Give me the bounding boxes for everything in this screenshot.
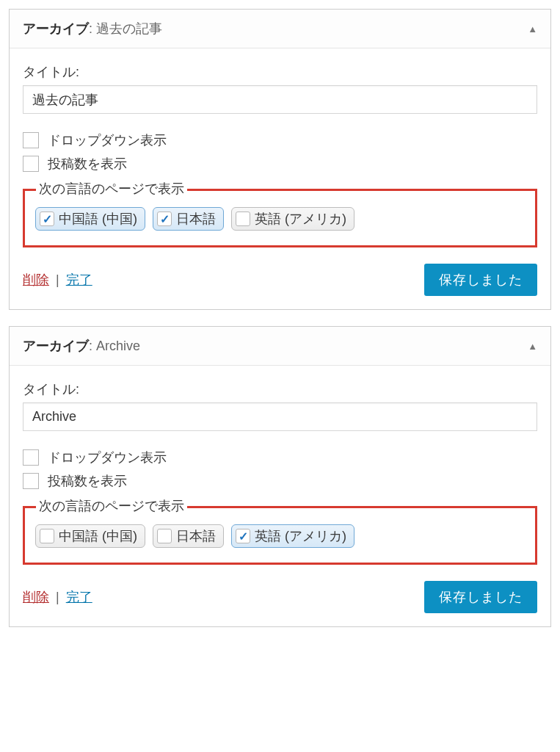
separator: |	[56, 272, 59, 287]
checkbox-icon[interactable]	[40, 529, 54, 543]
lang-chip-english[interactable]: 英語 (アメリカ)	[231, 524, 354, 548]
done-link[interactable]: 完了	[66, 272, 92, 287]
widget-title: アーカイブ: 過去の記事	[23, 20, 162, 37]
fieldset-legend: 次の言語のページで表示	[36, 497, 187, 515]
lang-label: 英語 (アメリカ)	[255, 527, 346, 545]
saved-button[interactable]: 保存しました	[424, 581, 537, 613]
option-label: ドロップダウン表示	[48, 449, 167, 466]
lang-label: 中国語 (中国)	[59, 527, 137, 545]
lang-label: 中国語 (中国)	[59, 210, 137, 228]
collapse-icon[interactable]: ▲	[528, 24, 537, 35]
language-fieldset: 次の言語のページで表示 中国語 (中国) 日本語 英語 (アメリカ)	[23, 189, 537, 247]
fieldset-legend: 次の言語のページで表示	[36, 180, 187, 198]
lang-chip-japanese[interactable]: 日本語	[153, 207, 224, 231]
saved-button[interactable]: 保存しました	[424, 264, 537, 296]
widget-footer: 削除 | 完了 保存しました	[23, 581, 537, 613]
show-count-option[interactable]: 投稿数を表示	[23, 155, 537, 173]
language-fieldset: 次の言語のページで表示 中国語 (中国) 日本語 英語 (アメリカ)	[23, 506, 537, 565]
widget-title: アーカイブ: Archive	[23, 337, 140, 355]
checkbox-icon[interactable]	[157, 212, 172, 226]
checkbox-icon[interactable]	[23, 449, 39, 466]
option-label: ドロップダウン表示	[48, 131, 167, 149]
title-input[interactable]	[23, 85, 537, 114]
lang-label: 英語 (アメリカ)	[255, 210, 346, 228]
widget-body: タイトル: ドロップダウン表示 投稿数を表示 次の言語のページで表示 中国語 (…	[10, 366, 550, 626]
footer-links: 削除 | 完了	[23, 588, 92, 606]
archive-widget: アーカイブ: 過去の記事 ▲ タイトル: ドロップダウン表示 投稿数を表示 次の…	[9, 9, 551, 310]
lang-chip-japanese[interactable]: 日本語	[153, 524, 224, 548]
title-label: タイトル:	[23, 63, 537, 81]
lang-chip-chinese[interactable]: 中国語 (中国)	[35, 524, 145, 548]
checkbox-icon[interactable]	[23, 473, 39, 489]
separator: |	[56, 590, 59, 604]
title-label: タイトル:	[23, 380, 537, 398]
checkbox-icon[interactable]	[236, 529, 250, 543]
lang-label: 日本語	[176, 527, 216, 545]
option-label: 投稿数を表示	[48, 472, 127, 490]
delete-link[interactable]: 削除	[23, 590, 49, 604]
lang-label: 日本語	[176, 210, 216, 228]
title-input[interactable]	[23, 402, 537, 431]
dropdown-option[interactable]: ドロップダウン表示	[23, 131, 537, 149]
checkbox-icon[interactable]	[23, 156, 39, 172]
widget-body: タイトル: ドロップダウン表示 投稿数を表示 次の言語のページで表示 中国語 (…	[10, 48, 550, 309]
lang-chip-english[interactable]: 英語 (アメリカ)	[231, 207, 354, 231]
done-link[interactable]: 完了	[66, 590, 92, 604]
delete-link[interactable]: 削除	[23, 272, 49, 287]
option-label: 投稿数を表示	[48, 155, 127, 173]
widget-footer: 削除 | 完了 保存しました	[23, 264, 537, 296]
widget-header[interactable]: アーカイブ: Archive ▲	[10, 327, 550, 366]
dropdown-option[interactable]: ドロップダウン表示	[23, 449, 537, 466]
checkbox-icon[interactable]	[236, 212, 250, 226]
checkbox-icon[interactable]	[23, 132, 39, 148]
collapse-icon[interactable]: ▲	[528, 341, 537, 352]
lang-chip-chinese[interactable]: 中国語 (中国)	[35, 207, 145, 231]
archive-widget: アーカイブ: Archive ▲ タイトル: ドロップダウン表示 投稿数を表示 …	[9, 326, 551, 627]
checkbox-icon[interactable]	[157, 529, 172, 543]
language-chip-group: 中国語 (中国) 日本語 英語 (アメリカ)	[23, 506, 537, 565]
show-count-option[interactable]: 投稿数を表示	[23, 472, 537, 490]
language-chip-group: 中国語 (中国) 日本語 英語 (アメリカ)	[23, 189, 537, 247]
widget-header[interactable]: アーカイブ: 過去の記事 ▲	[10, 10, 550, 48]
checkbox-icon[interactable]	[40, 212, 54, 226]
footer-links: 削除 | 完了	[23, 271, 92, 289]
